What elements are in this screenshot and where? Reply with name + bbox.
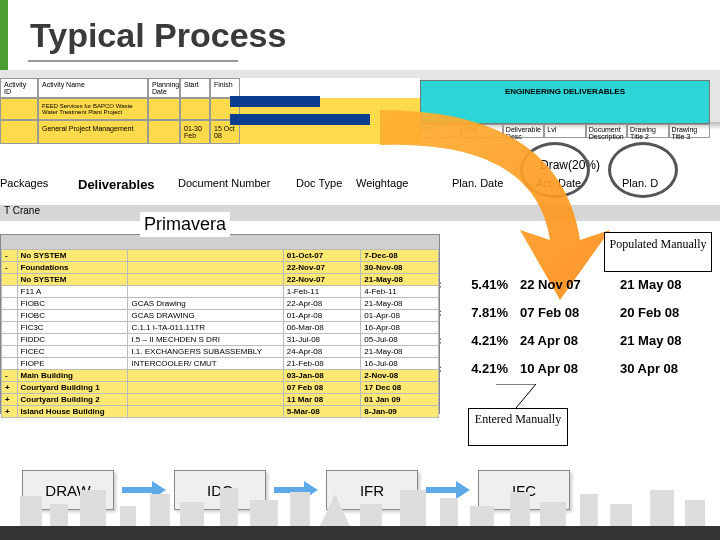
svg-rect-12 xyxy=(400,490,426,526)
primavera-cell: 01-Apr-08 xyxy=(361,310,439,322)
primavera-cell: GCAS DRAWING xyxy=(128,310,283,322)
primavera-cell xyxy=(128,262,283,274)
primavera-cell: 4-Feb-11 xyxy=(361,286,439,298)
excel-col: Drawing Title 3 xyxy=(669,124,710,138)
date-cell: 21 May 08 xyxy=(620,277,720,292)
primavera-cell xyxy=(2,274,18,286)
svg-rect-2 xyxy=(50,504,68,526)
excel-col: ID xyxy=(420,124,461,138)
primavera-cell: 17 Dec 08 xyxy=(361,382,439,394)
primavera-row: +Island House Building5-Mar-088-Jan-09 xyxy=(2,406,439,418)
primavera-cell: - xyxy=(2,370,18,382)
primavera-cell xyxy=(128,286,283,298)
primavera-cell: 31-Jul-08 xyxy=(283,334,361,346)
primavera-row: FIOBCGCAS Drawing22-Apr-0821-May-08 xyxy=(2,298,439,310)
primavera-cell: Foundations xyxy=(17,262,128,274)
excel-col: Document Description xyxy=(586,124,627,138)
highlight-oval-act xyxy=(608,142,678,198)
primavera-cell: 07 Feb 08 xyxy=(283,382,361,394)
data-row: oc 4.21% 24 Apr 08 21 May 08 xyxy=(430,326,720,354)
gantt-cell: 01-30 Feb xyxy=(180,120,210,144)
right-data-block: oc 5.41% 22 Nov 07 21 May 08 oc 7.81% 07… xyxy=(430,270,720,382)
primavera-row: -Main Building03-Jan-082-Nov-08 xyxy=(2,370,439,382)
primavera-cell: 11 Mar 08 xyxy=(283,394,361,406)
primavera-cell xyxy=(128,394,283,406)
date-cell: 21 May 08 xyxy=(620,333,720,348)
primavera-cell: + xyxy=(2,382,18,394)
primavera-cell: + xyxy=(2,406,18,418)
col: Doc Type xyxy=(296,174,356,195)
primavera-cell: INTERCOOLER/ CMUT xyxy=(128,358,283,370)
gantt-col: Activity Name xyxy=(38,78,148,98)
gantt-col: Start xyxy=(180,78,210,98)
entered-manually-box: Entered Manually xyxy=(468,408,568,446)
data-row: oc 7.81% 07 Feb 08 20 Feb 08 xyxy=(430,298,720,326)
primavera-cell xyxy=(2,298,18,310)
primavera-cell: 05-Jul-08 xyxy=(361,334,439,346)
primavera-cell xyxy=(128,382,283,394)
primavera-cell xyxy=(2,346,18,358)
excel-col: Disp xyxy=(461,124,502,138)
gantt-col: Finish xyxy=(210,78,240,98)
date-cell: 07 Feb 08 xyxy=(520,305,620,320)
excel-col: Lvl xyxy=(544,124,585,138)
primavera-cell: FIOBC xyxy=(17,298,128,310)
gantt-cell: General Project Management xyxy=(38,120,148,144)
primavera-cell: 16-Jul-08 xyxy=(361,358,439,370)
gantt-col: Activity ID xyxy=(0,78,38,98)
primavera-cell: GCAS Drawing xyxy=(128,298,283,310)
primavera-cell xyxy=(128,274,283,286)
primavera-cell xyxy=(2,310,18,322)
col: Weightage xyxy=(356,174,432,195)
gantt-cell xyxy=(0,120,38,144)
svg-rect-9 xyxy=(290,492,310,526)
primavera-cell xyxy=(128,370,283,382)
primavera-cell xyxy=(2,322,18,334)
primavera-cell: Courtyard Building 1 xyxy=(17,382,128,394)
primavera-cell: FIC3C xyxy=(17,322,128,334)
primavera-cell: 22-Nov-07 xyxy=(283,262,361,274)
primavera-cell: Main Building xyxy=(17,370,128,382)
primavera-cell: 21-Feb-08 xyxy=(283,358,361,370)
gantt-bar xyxy=(230,114,370,125)
primavera-cell: 2-Nov-08 xyxy=(361,370,439,382)
svg-rect-3 xyxy=(80,490,106,526)
date-cell: 10 Apr 08 xyxy=(520,361,620,376)
primavera-row: -No SYSTEM01-Oct-077-Dec-08 xyxy=(2,250,439,262)
col: Plan. Date xyxy=(432,174,526,195)
col: Packages xyxy=(0,174,58,195)
col: Document Number xyxy=(178,174,296,195)
svg-rect-8 xyxy=(250,500,278,526)
gantt-col: Planning Date xyxy=(148,78,180,98)
primavera-cell: No SYSTEM xyxy=(17,250,128,262)
primavera-cell: + xyxy=(2,394,18,406)
primavera-row: +Courtyard Building 211 Mar 0801 Jan 09 xyxy=(2,394,439,406)
primavera-row: FIDDCI.5 – II MECHDEN S DRI31-Jul-0805-J… xyxy=(2,334,439,346)
svg-rect-5 xyxy=(150,494,170,526)
pct-cell: 5.41% xyxy=(450,277,520,292)
primavera-cell: FICEC xyxy=(17,346,128,358)
primavera-cell: 21-May-08 xyxy=(361,298,439,310)
primavera-cell: 30-Nov-08 xyxy=(361,262,439,274)
primavera-cell: 22-Nov-07 xyxy=(283,274,361,286)
gantt-bar xyxy=(230,96,320,107)
svg-rect-16 xyxy=(540,502,566,526)
primavera-cell: FIOBC xyxy=(17,310,128,322)
date-cell: 22 Nov 07 xyxy=(520,277,620,292)
primavera-cell: 21-May-08 xyxy=(361,274,439,286)
primavera-cell: 21-May-08 xyxy=(361,346,439,358)
svg-rect-19 xyxy=(650,490,674,526)
primavera-cell: 01-Oct-07 xyxy=(283,250,361,262)
date-cell: 30 Apr 08 xyxy=(620,361,720,376)
primavera-cell: - xyxy=(2,262,18,274)
gantt-cell: FEED Services for BAPCO Waste Water Trea… xyxy=(38,98,148,120)
primavera-cell: 7-Dec-08 xyxy=(361,250,439,262)
primavera-cell: FIOPE xyxy=(17,358,128,370)
date-cell: 24 Apr 08 xyxy=(520,333,620,348)
svg-rect-0 xyxy=(0,526,720,540)
primavera-cell: 03-Jan-08 xyxy=(283,370,361,382)
excel-columns: ID Disp Deliverable Desc Lvl Document De… xyxy=(420,124,710,138)
primavera-cell: No SYSTEM xyxy=(17,274,128,286)
gantt-snippet: Activity ID Activity Name Planning Date … xyxy=(0,78,420,146)
excel-deliverables-header: ENGINEERING DELIVERABLES xyxy=(420,80,710,124)
